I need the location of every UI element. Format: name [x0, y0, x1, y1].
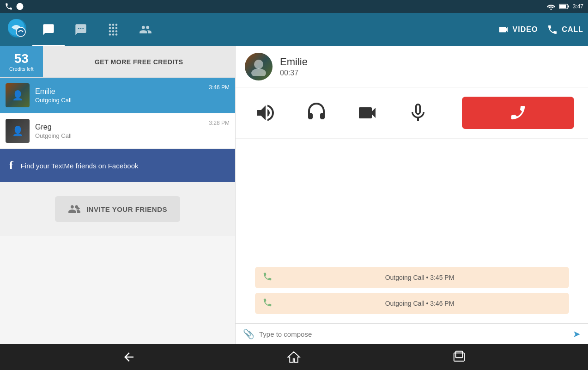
status-time: 3:47 [573, 3, 583, 10]
contact-sub-emilie: Outgoing Call [35, 97, 230, 104]
right-panel: Emilie 00:37 [236, 46, 588, 344]
speaker-button[interactable] [249, 97, 282, 129]
left-panel: 53 Credits left GET MORE FREE CREDITS Em… [0, 46, 236, 344]
recents-icon [452, 350, 466, 364]
invite-button-label: INVITE YOUR FRIENDS [86, 205, 167, 213]
status-bar-left [5, 2, 24, 11]
credits-bar: 53 Credits left GET MORE FREE CREDITS [0, 46, 235, 78]
invite-icon [68, 203, 81, 216]
status-bar: 3:47 [0, 0, 588, 13]
chat-icon [74, 23, 87, 36]
credits-label: Credits left [9, 66, 34, 72]
facebook-banner[interactable]: f Find your TextMe friends on Facebook [0, 149, 235, 182]
outgoing-call-icon-1 [262, 271, 273, 284]
end-call-button[interactable] [462, 97, 574, 129]
chat-call-item-1: Outgoing Call • 3:45 PM [255, 267, 569, 288]
contact-sub-greg: Outgoing Call [35, 132, 230, 139]
call-timer: 00:37 [280, 69, 308, 77]
back-button[interactable] [122, 350, 136, 364]
call-avatar-icon [249, 57, 268, 76]
avatar-greg [6, 119, 30, 143]
app-logo[interactable] [5, 16, 32, 43]
svg-rect-11 [456, 352, 463, 358]
contact-time-emilie: 3:46 PM [209, 84, 230, 91]
contact-item-greg[interactable]: Greg Outgoing Call 3:28 PM [0, 113, 235, 149]
viber-status-icon [16, 2, 24, 11]
chat-call-item-2: Outgoing Call • 3:46 PM [255, 293, 569, 314]
tab-chat[interactable] [65, 13, 97, 46]
contact-info-emilie: Emilie Outgoing Call [35, 87, 230, 104]
contact-name-emilie: Emilie [35, 87, 230, 96]
home-button[interactable] [287, 350, 301, 364]
mute-button[interactable] [402, 97, 434, 129]
compose-input[interactable] [259, 330, 568, 338]
contact-item-emilie[interactable]: Emilie Outgoing Call 3:46 PM [0, 78, 235, 113]
svg-point-0 [17, 3, 24, 10]
svg-point-1 [550, 9, 552, 10]
phone-status-icon [5, 2, 13, 11]
contacts-icon [139, 23, 152, 36]
video-call-icon [356, 102, 378, 124]
invite-friends-button[interactable]: INVITE YOUR FRIENDS [55, 196, 180, 222]
contact-list: Emilie Outgoing Call 3:46 PM Greg Outgoi… [0, 78, 235, 344]
call-action-btn[interactable]: CALL [547, 24, 583, 35]
facebook-icon: f [9, 159, 13, 173]
bottom-nav [0, 344, 588, 370]
logo-icon [7, 18, 30, 41]
home-icon [287, 350, 301, 364]
credits-count-box: 53 Credits left [0, 46, 43, 77]
outgoing-call-icon-2 [262, 297, 273, 309]
headset-button[interactable] [300, 97, 333, 129]
facebook-banner-text: Find your TextMe friends on Facebook [21, 162, 139, 170]
end-call-icon [509, 104, 527, 122]
dialpad-icon [107, 23, 120, 36]
video-action-btn[interactable]: VIDEO [498, 24, 538, 35]
call-log-icon [262, 271, 273, 282]
main-content: 53 Credits left GET MORE FREE CREDITS Em… [0, 46, 588, 344]
nav-actions: VIDEO CALL [498, 24, 583, 35]
attach-button[interactable]: 📎 [243, 328, 255, 339]
wifi-icon [547, 3, 555, 10]
contact-time-greg: 3:28 PM [209, 120, 230, 126]
svg-point-9 [251, 68, 266, 76]
call-avatar [245, 53, 273, 80]
get-credits-button[interactable]: GET MORE FREE CREDITS [43, 46, 235, 77]
contact-info-greg: Greg Outgoing Call [35, 123, 230, 139]
chat-call-text-2: Outgoing Call • 3:46 PM [278, 300, 562, 307]
headset-icon [305, 102, 327, 124]
svg-rect-3 [559, 5, 566, 8]
video-button[interactable] [351, 97, 383, 129]
status-bar-right: 3:47 [547, 3, 583, 10]
send-button[interactable]: ➤ [573, 328, 581, 339]
battery-icon [559, 3, 569, 10]
speaker-icon [255, 102, 277, 124]
compose-bar: 📎 ➤ [236, 323, 588, 344]
mute-icon [407, 102, 429, 124]
call-header: Emilie 00:37 [236, 46, 588, 87]
invite-section: INVITE YOUR FRIENDS [0, 182, 235, 236]
call-contact-name: Emilie [280, 56, 308, 68]
call-icon [547, 24, 558, 35]
nav-bar: VIDEO CALL [0, 13, 588, 46]
video-label: VIDEO [513, 25, 538, 34]
chat-area: Outgoing Call • 3:45 PM Outgoing Call • … [236, 139, 588, 323]
svg-rect-4 [568, 6, 569, 7]
svg-point-8 [254, 60, 263, 69]
chat-call-text-1: Outgoing Call • 3:45 PM [278, 274, 562, 281]
video-icon [498, 24, 509, 35]
back-icon [122, 350, 136, 364]
call-label: CALL [562, 25, 583, 34]
nav-tabs [32, 13, 498, 46]
call-controls [236, 87, 588, 139]
tab-messages[interactable] [32, 13, 65, 46]
contact-name-greg: Greg [35, 123, 230, 131]
tab-contacts[interactable] [129, 13, 162, 46]
call-info: Emilie 00:37 [280, 56, 308, 77]
credits-number: 53 [14, 52, 29, 65]
avatar-emilie [6, 83, 30, 107]
recents-button[interactable] [452, 350, 466, 364]
messages-icon [42, 23, 55, 36]
svg-point-7 [16, 27, 25, 37]
call-log-icon-2 [262, 297, 273, 308]
tab-dialpad[interactable] [97, 13, 129, 46]
